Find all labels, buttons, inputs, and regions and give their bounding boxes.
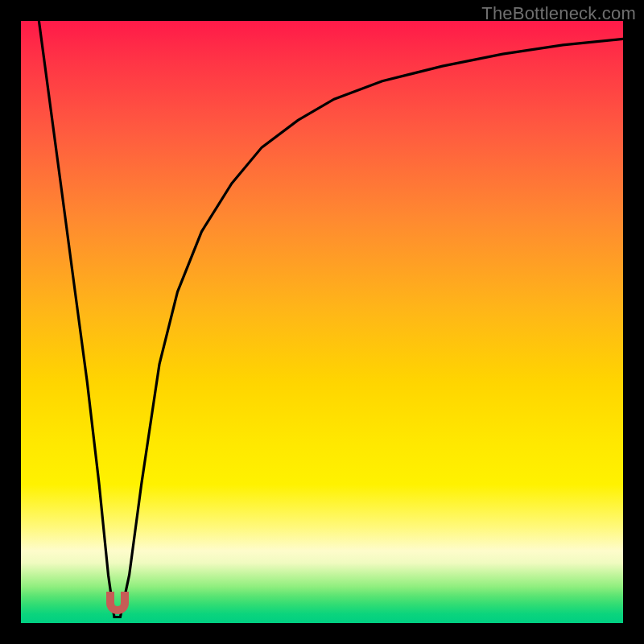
chart-frame: TheBottleneck.com xyxy=(0,0,644,644)
bottleneck-curve xyxy=(21,21,623,623)
watermark-text: TheBottleneck.com xyxy=(481,3,636,24)
optimal-point-marker xyxy=(106,592,129,614)
plot-area xyxy=(21,21,623,623)
